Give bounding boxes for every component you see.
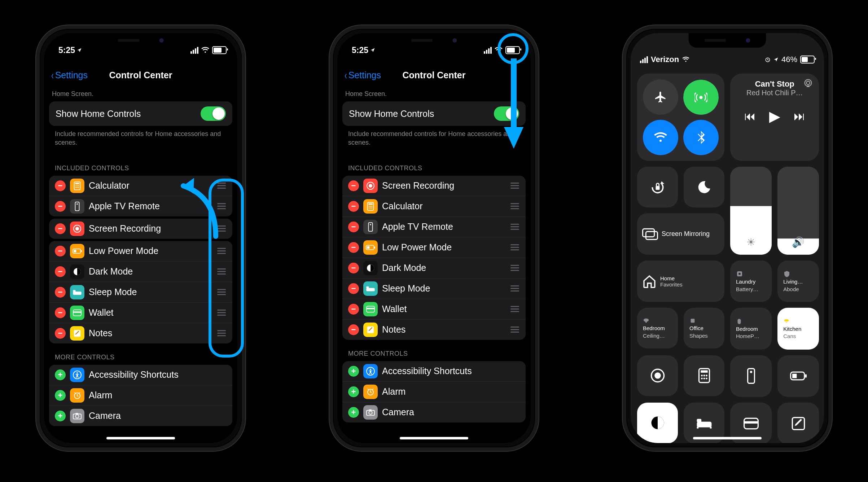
- reorder-handle[interactable]: [510, 244, 520, 250]
- remove-button[interactable]: −: [55, 180, 66, 191]
- home-indicator[interactable]: [400, 437, 468, 439]
- included-control-row[interactable]: −Wallet: [49, 302, 232, 323]
- included-control-row[interactable]: −Calculator: [49, 176, 232, 196]
- more-control-row[interactable]: +Camera: [49, 406, 232, 426]
- remove-button[interactable]: −: [348, 222, 359, 232]
- included-control-row[interactable]: −Screen Recording: [342, 176, 526, 196]
- calculator-button[interactable]: [684, 355, 724, 396]
- included-control-row[interactable]: −Notes: [49, 323, 232, 343]
- remove-button[interactable]: −: [55, 223, 66, 234]
- home-indicator[interactable]: [693, 437, 762, 439]
- home-accessory-kitchen-cans[interactable]: KitchenCans: [777, 308, 819, 349]
- reorder-handle[interactable]: [216, 268, 227, 275]
- control-label: Sleep Mode: [89, 287, 212, 297]
- remove-button[interactable]: −: [348, 201, 359, 212]
- reorder-handle[interactable]: [216, 289, 227, 295]
- bluetooth-button[interactable]: [683, 120, 719, 155]
- reorder-handle[interactable]: [216, 183, 227, 189]
- reorder-handle[interactable]: [216, 330, 227, 336]
- more-control-row[interactable]: +Alarm: [49, 385, 232, 406]
- remove-button[interactable]: −: [348, 304, 359, 315]
- more-control-row[interactable]: +Alarm: [342, 381, 526, 402]
- remove-button[interactable]: −: [348, 180, 359, 191]
- remove-button[interactable]: −: [348, 283, 359, 294]
- reorder-handle[interactable]: [510, 327, 520, 333]
- cellular-data-button[interactable]: [683, 79, 719, 115]
- reorder-handle[interactable]: [216, 203, 227, 209]
- screen-recording-button[interactable]: [637, 355, 678, 396]
- included-control-row[interactable]: −Apple TV Remote: [342, 216, 526, 237]
- reorder-handle[interactable]: [510, 285, 520, 292]
- reorder-handle[interactable]: [216, 248, 227, 254]
- reorder-handle[interactable]: [510, 306, 520, 312]
- more-control-row[interactable]: +Camera: [342, 402, 526, 422]
- remove-button[interactable]: −: [55, 328, 66, 339]
- reorder-handle[interactable]: [510, 224, 520, 230]
- included-control-row[interactable]: −Sleep Mode: [49, 282, 232, 302]
- orientation-lock-button[interactable]: [637, 167, 678, 207]
- remove-button[interactable]: −: [348, 263, 359, 273]
- included-control-row[interactable]: −Sleep Mode: [342, 278, 526, 299]
- remove-button[interactable]: −: [348, 242, 359, 253]
- back-button[interactable]: ‹ Settings: [344, 70, 381, 80]
- remove-button[interactable]: −: [55, 201, 66, 212]
- screen-mirroring-button[interactable]: Screen Mirroring: [637, 213, 724, 255]
- reorder-handle[interactable]: [216, 310, 227, 316]
- included-control-row[interactable]: −Notes: [342, 319, 526, 340]
- dark-mode-button[interactable]: [637, 403, 678, 443]
- volume-slider[interactable]: 🔊: [777, 167, 819, 255]
- home-accessory-office-shapes[interactable]: OfficeShapes: [684, 308, 724, 349]
- home-accessory-bedroom-homepod[interactable]: BedroomHomeP…: [730, 308, 772, 349]
- reorder-handle[interactable]: [216, 225, 227, 232]
- included-control-row[interactable]: −Wallet: [342, 299, 526, 319]
- add-button[interactable]: +: [348, 407, 359, 418]
- home-accessory-bedroom-ceiling[interactable]: BedroomCeiling…: [637, 308, 678, 349]
- included-control-row[interactable]: −Dark Mode: [342, 258, 526, 278]
- reorder-handle[interactable]: [510, 183, 520, 189]
- more-control-row[interactable]: +Accessibility Shortcuts: [49, 365, 232, 385]
- brightness-slider[interactable]: ☀: [730, 167, 772, 255]
- remove-button[interactable]: −: [55, 246, 66, 257]
- wifi-button[interactable]: [643, 120, 678, 155]
- speaker-icon: [736, 318, 742, 325]
- home-accessory-laundry[interactable]: LaundryBattery…: [730, 260, 772, 302]
- add-button[interactable]: +: [55, 390, 66, 401]
- show-home-controls-cell[interactable]: Show Home Controls: [342, 101, 526, 126]
- remove-button[interactable]: −: [55, 307, 66, 318]
- more-control-row[interactable]: +Accessibility Shortcuts: [342, 361, 526, 381]
- toggle-on[interactable]: [201, 106, 226, 121]
- add-button[interactable]: +: [348, 366, 359, 377]
- back-button[interactable]: ‹ Settings: [51, 70, 88, 80]
- notes-button[interactable]: [777, 403, 819, 443]
- svg-rect-37: [368, 223, 372, 231]
- included-control-row[interactable]: −Dark Mode: [49, 261, 232, 282]
- included-control-row[interactable]: −Low Power Mode: [49, 241, 232, 261]
- included-control-row[interactable]: −Screen Recording: [49, 219, 232, 239]
- remove-button[interactable]: −: [55, 287, 66, 298]
- reorder-handle[interactable]: [510, 265, 520, 271]
- alarm-icon: [70, 388, 84, 403]
- included-control-row[interactable]: −Calculator: [342, 196, 526, 216]
- do-not-disturb-button[interactable]: [684, 167, 724, 207]
- add-button[interactable]: +: [55, 411, 66, 421]
- low-power-mode-button[interactable]: [777, 355, 819, 397]
- airplay-icon[interactable]: [803, 79, 813, 89]
- forward-button[interactable]: ⏭: [794, 110, 805, 123]
- included-control-row[interactable]: −Low Power Mode: [342, 237, 526, 258]
- add-button[interactable]: +: [55, 369, 66, 380]
- airplane-mode-button[interactable]: [643, 79, 678, 115]
- home-indicator[interactable]: [106, 437, 175, 439]
- tv-remote-button[interactable]: [730, 355, 772, 397]
- toggle-on[interactable]: [494, 106, 519, 121]
- reorder-handle[interactable]: [510, 203, 520, 209]
- included-control-row[interactable]: −Apple TV Remote: [49, 196, 232, 216]
- remove-button[interactable]: −: [348, 324, 359, 335]
- add-button[interactable]: +: [348, 386, 359, 397]
- home-favorites-button[interactable]: Home Favorites: [637, 260, 724, 302]
- rewind-button[interactable]: ⏮: [744, 110, 756, 123]
- media-module[interactable]: Can't Stop Red Hot Chili P… ⏮ ▶ ⏭: [730, 74, 819, 161]
- show-home-controls-cell[interactable]: Show Home Controls: [49, 101, 232, 126]
- play-button[interactable]: ▶: [769, 108, 780, 124]
- home-accessory-living[interactable]: Living…Abode: [777, 260, 819, 302]
- remove-button[interactable]: −: [55, 266, 66, 277]
